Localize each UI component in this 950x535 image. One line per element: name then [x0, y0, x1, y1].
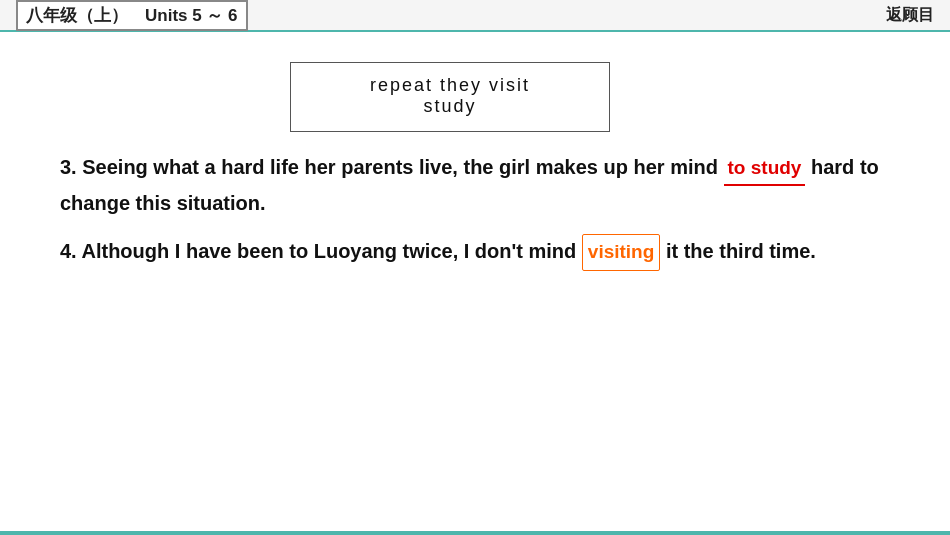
sentence-4-after: it the third time. [660, 240, 816, 262]
main-content: repeat they visit study 3. Seeing what a… [0, 32, 950, 301]
unit-title: 八年级（上） Units 5 ～ 6 [16, 0, 248, 31]
footer-line [0, 531, 950, 535]
nav-back[interactable]: 返顾目 [886, 5, 934, 26]
word-box-row2: study [321, 96, 579, 117]
sentence-4-answer: visiting [582, 234, 661, 270]
sentence-3: 3. Seeing what a hard life her parents l… [60, 150, 890, 220]
header-bar: 八年级（上） Units 5 ～ 6 返顾目 [0, 0, 950, 32]
sentence-4-before: 4. Although I have been to Luoyang twice… [60, 240, 582, 262]
word-box-row1: repeat they visit [321, 75, 579, 96]
word-box: repeat they visit study [290, 62, 610, 132]
sentence-3-before: 3. Seeing what a hard life her parents l… [60, 156, 724, 178]
sentence-4: 4. Although I have been to Luoyang twice… [60, 234, 890, 270]
sentence-3-answer: to study [724, 152, 806, 186]
